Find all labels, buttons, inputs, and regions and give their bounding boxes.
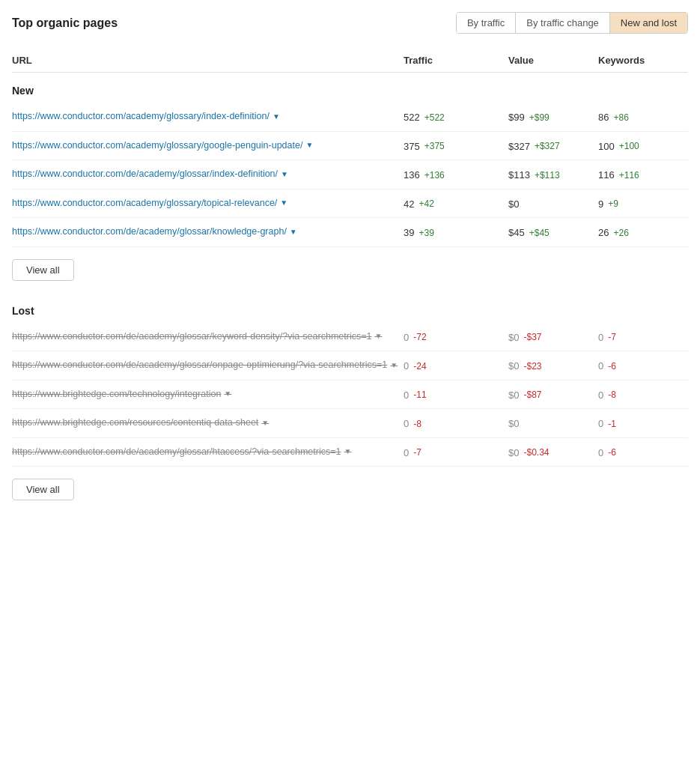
traffic-change-lost: -11: [413, 389, 426, 400]
lost-rows-container: https://www.conductor.com/de/academy/glo…: [12, 323, 688, 467]
keywords-value-lost: 0: [598, 332, 603, 343]
keywords-value: 26: [598, 227, 609, 238]
keywords-cell: 86 +86: [598, 110, 688, 123]
value-amount-lost: $0: [508, 332, 519, 343]
dropdown-arrow-icon[interactable]: ▼: [305, 140, 313, 151]
value-change-lost: -$37: [523, 332, 541, 342]
value-change-lost: -$87: [523, 389, 541, 400]
url-cell-lost[interactable]: https://www.conductor.com/de/academy/glo…: [12, 359, 404, 372]
url-cell[interactable]: https://www.conductor.com/de/academy/glo…: [12, 168, 404, 181]
value-change-lost: -$23: [523, 361, 541, 372]
url-cell-lost[interactable]: https://www.brightedge.com/technology/in…: [12, 388, 404, 401]
traffic-value-lost: 0: [404, 418, 409, 429]
traffic-change: +42: [419, 198, 433, 209]
traffic-value: 522: [404, 112, 420, 123]
traffic-change-lost: -72: [413, 332, 426, 342]
keywords-cell: 26 +26: [598, 225, 688, 238]
value-cell-lost: $0 -$87: [508, 388, 598, 401]
traffic-cell: 39 +39: [404, 225, 508, 238]
new-table-row: https://www.conductor.com/academy/glossa…: [12, 103, 688, 132]
value-change: +$45: [529, 228, 550, 238]
value-amount-lost: $0: [508, 418, 519, 429]
dropdown-arrow-icon[interactable]: ▼: [374, 331, 382, 342]
url-cell[interactable]: https://www.conductor.com/de/academy/glo…: [12, 225, 404, 239]
dropdown-arrow-icon[interactable]: ▼: [390, 360, 398, 371]
lost-table-row: https://www.conductor.com/de/academy/glo…: [12, 351, 688, 381]
url-cell-lost[interactable]: https://www.conductor.com/de/academy/glo…: [12, 446, 404, 459]
traffic-cell-lost: 0 -7: [404, 446, 508, 458]
keywords-value: 116: [598, 169, 615, 181]
traffic-value-lost: 0: [404, 332, 409, 343]
lost-table-row: https://www.conductor.com/de/academy/glo…: [12, 438, 688, 467]
value-cell: $113 +$113: [508, 168, 598, 181]
url-cell-lost[interactable]: https://www.brightedge.com/resources/con…: [12, 416, 404, 430]
value-cell: $327 +$327: [508, 139, 598, 152]
keywords-change: +26: [613, 228, 628, 238]
dropdown-arrow-icon[interactable]: ▼: [224, 389, 231, 399]
traffic-change-lost: -7: [413, 447, 421, 458]
keywords-value-lost: 0: [598, 360, 603, 372]
lost-table-row: https://www.brightedge.com/technology/in…: [12, 381, 688, 410]
new-table-row: https://www.conductor.com/academy/glossa…: [12, 132, 688, 161]
keywords-value-lost: 0: [598, 418, 603, 429]
keywords-value: 100: [598, 141, 615, 152]
traffic-change: +375: [424, 141, 445, 151]
url-cell-lost[interactable]: https://www.conductor.com/de/academy/glo…: [12, 330, 404, 344]
view-all-lost-button[interactable]: View all: [12, 479, 74, 500]
value-change: +$113: [535, 170, 560, 181]
value-cell: $0: [508, 197, 598, 210]
section-new-label: New: [12, 85, 688, 97]
dropdown-arrow-icon[interactable]: ▼: [280, 198, 287, 208]
dropdown-arrow-icon[interactable]: ▼: [281, 169, 288, 180]
value-cell-lost: $0 -$37: [508, 330, 598, 343]
value-cell: $99 +$99: [508, 110, 598, 123]
traffic-change-lost: -8: [413, 419, 421, 429]
value-change-lost: -$0.34: [523, 447, 549, 458]
url-text: https://www.conductor.com/de/academy/glo…: [12, 168, 278, 181]
value-cell-lost: $0 -$0.34: [508, 446, 598, 458]
tab-new-and-lost[interactable]: New and lost: [610, 13, 687, 33]
url-text-lost: https://www.brightedge.com/technology/in…: [12, 388, 221, 401]
value-amount: $0: [508, 198, 519, 210]
url-text-lost: https://www.conductor.com/de/academy/glo…: [12, 359, 387, 372]
traffic-value-lost: 0: [404, 389, 409, 401]
url-cell[interactable]: https://www.conductor.com/academy/glossa…: [12, 197, 404, 210]
keywords-value: 86: [598, 112, 609, 123]
tab-by-traffic[interactable]: By traffic: [457, 13, 516, 33]
url-cell[interactable]: https://www.conductor.com/academy/glossa…: [12, 110, 404, 124]
traffic-cell: 136 +136: [404, 168, 508, 181]
traffic-cell-lost: 0 -72: [404, 330, 508, 343]
keywords-cell: 9 +9: [598, 197, 688, 210]
keywords-cell-lost: 0 -7: [598, 330, 688, 343]
traffic-cell-lost: 0 -24: [404, 359, 508, 372]
url-text: https://www.conductor.com/academy/glossa…: [12, 197, 277, 210]
value-amount: $327: [508, 141, 530, 152]
dropdown-arrow-icon[interactable]: ▼: [290, 227, 297, 237]
new-table-row: https://www.conductor.com/de/academy/glo…: [12, 218, 688, 247]
keywords-cell-lost: 0 -8: [598, 388, 688, 401]
traffic-cell: 42 +42: [404, 197, 508, 210]
traffic-value-lost: 0: [404, 447, 409, 458]
traffic-cell: 375 +375: [404, 139, 508, 152]
value-change: +$327: [535, 141, 560, 151]
url-cell[interactable]: https://www.conductor.com/academy/glossa…: [12, 139, 404, 153]
dropdown-arrow-icon[interactable]: ▼: [344, 446, 351, 457]
value-cell: $45 +$45: [508, 225, 598, 238]
new-rows-container: https://www.conductor.com/academy/glossa…: [12, 103, 688, 247]
url-text: https://www.conductor.com/academy/glossa…: [12, 110, 270, 124]
traffic-change: +136: [424, 170, 445, 181]
view-all-new-button[interactable]: View all: [12, 259, 74, 281]
keywords-cell: 116 +116: [598, 168, 688, 181]
tab-by-traffic-change[interactable]: By traffic change: [516, 13, 610, 33]
section-lost-label: Lost: [12, 305, 688, 317]
traffic-value: 39: [404, 227, 414, 238]
dropdown-arrow-icon[interactable]: ▼: [273, 112, 280, 122]
traffic-value: 375: [404, 141, 420, 152]
value-amount-lost: $0: [508, 360, 519, 372]
keywords-change: +9: [608, 198, 618, 209]
col-header-traffic: Traffic: [404, 55, 508, 66]
keywords-change-lost: -7: [608, 332, 616, 342]
dropdown-arrow-icon[interactable]: ▼: [261, 418, 269, 428]
traffic-cell-lost: 0 -8: [404, 416, 508, 429]
traffic-cell: 522 +522: [404, 110, 508, 123]
